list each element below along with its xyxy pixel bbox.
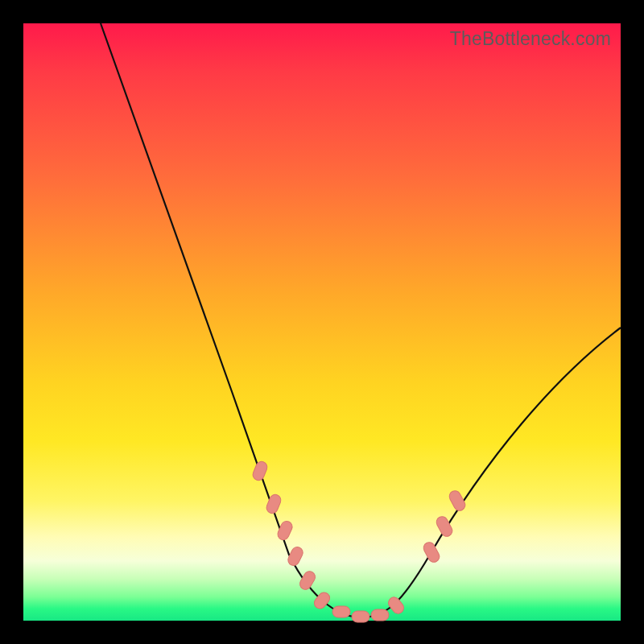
curve-marker xyxy=(352,611,369,622)
curve-marker xyxy=(251,460,269,481)
chart-frame: TheBottleneck.com xyxy=(0,0,644,644)
curve-marker xyxy=(386,595,407,616)
curve-marker xyxy=(332,606,350,617)
plot-area: TheBottleneck.com xyxy=(23,23,621,621)
curve-marker xyxy=(298,569,317,592)
curve-marker xyxy=(422,540,442,564)
curve-marker xyxy=(265,493,283,514)
curve-marker xyxy=(286,545,304,568)
curve-marker xyxy=(371,609,389,621)
curve-svg xyxy=(23,23,621,621)
bottleneck-curve xyxy=(101,23,621,617)
